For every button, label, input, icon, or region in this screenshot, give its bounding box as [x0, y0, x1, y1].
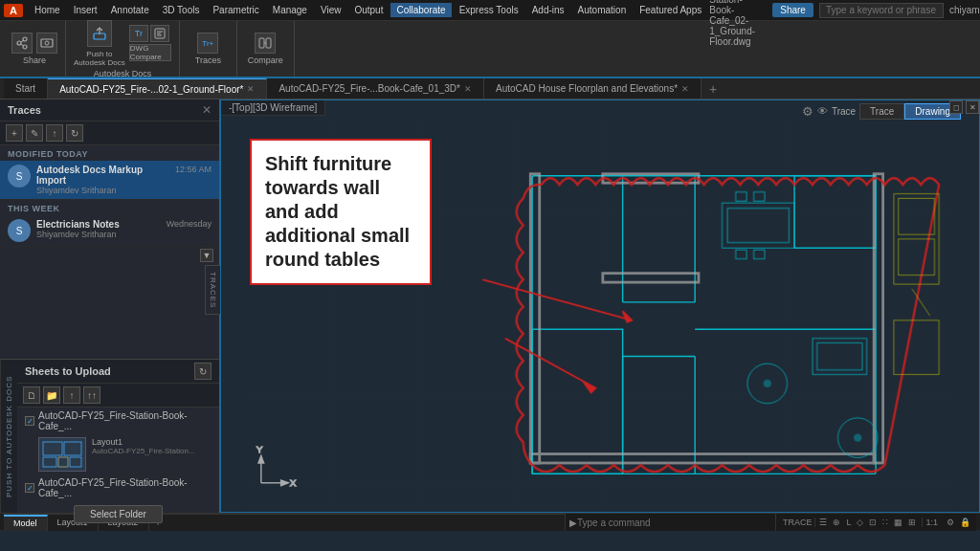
menu-addins[interactable]: Add-ins	[526, 3, 570, 17]
shared-views-icon[interactable]	[36, 33, 57, 54]
svg-rect-5	[41, 39, 53, 47]
menu-output[interactable]: Output	[348, 3, 389, 17]
menu-insert[interactable]: Insert	[68, 3, 103, 17]
traces-section-icon[interactable]: Tr+	[197, 33, 218, 54]
workspace-icon[interactable]: ⚙	[945, 518, 956, 527]
sheets-panel: PUSH TO AUTODESK DOCS Sheets to Upload ↻…	[0, 360, 219, 513]
status-ortho[interactable]: L	[844, 518, 853, 527]
traces-panel-collapse[interactable]: ▼	[200, 249, 213, 262]
dwg-compare-icon[interactable]: DWG Compare	[129, 44, 171, 61]
svg-point-50	[764, 380, 771, 387]
svg-text:Y: Y	[256, 444, 263, 454]
main-content: Traces ✕ + ✎ ↑ ↻ MODIFIED TODAY S Autode…	[0, 99, 980, 513]
sheets-icon-3[interactable]: ↑	[63, 386, 80, 404]
status-isnap[interactable]: ⊡	[867, 518, 879, 527]
status-snap[interactable]: ⊕	[831, 518, 842, 527]
sheet-item-1: AutoCAD-FY25_Fire-Station-Book-Cafe_...	[17, 474, 219, 501]
menu-manage[interactable]: Manage	[267, 3, 313, 17]
ribbon-traces-label: Traces	[195, 55, 221, 65]
menu-view[interactable]: View	[315, 3, 347, 17]
select-folder-btn[interactable]: Select Folder	[74, 505, 163, 523]
sheet-filename-1: AutoCAD-FY25_Fire-Station-Book-Cafe_...	[38, 477, 212, 498]
tab-add-button[interactable]: +	[702, 79, 724, 99]
menu-home[interactable]: Home	[29, 3, 66, 17]
annotation-text: Shift furniture towards wall and add add…	[265, 152, 416, 272]
tab-ground-floor[interactable]: AutoCAD-FY25_Fire-...02-1_Ground-Floor* …	[48, 78, 267, 99]
tab-close-3[interactable]: ✕	[681, 84, 689, 94]
share-button[interactable]: Share	[772, 3, 813, 17]
sheet-checkbox-0[interactable]	[25, 416, 34, 426]
section-today: MODIFIED TODAY	[0, 145, 219, 161]
status-polar[interactable]: ◇	[855, 518, 865, 527]
traces-up-btn[interactable]: ↑	[46, 124, 63, 142]
tabs-row: Start AutoCAD-FY25_Fire-...02-1_Ground-F…	[0, 78, 980, 99]
tab-close-2[interactable]: ✕	[464, 84, 472, 94]
toggle-trace-btn[interactable]: Trace	[859, 103, 904, 120]
status-ducs[interactable]: ▦	[892, 518, 904, 527]
search-input[interactable]	[819, 3, 944, 18]
viewport-eye-icon[interactable]: 👁	[817, 105, 828, 117]
trace-avatar-1: S	[8, 219, 31, 242]
trace-item-1[interactable]: S Electricians Notes Shiyamdev Sritharan…	[0, 215, 219, 247]
svg-line-4	[21, 44, 24, 46]
sheet-checkbox-1[interactable]	[25, 483, 34, 493]
push-label-text: Push toAutodesk Docs	[74, 50, 125, 67]
traces-panel-close[interactable]: ✕	[202, 103, 212, 117]
traces-edit-btn[interactable]: ✎	[26, 124, 43, 142]
tab-house[interactable]: AutoCAD House Floorplan and Elevations* …	[484, 78, 702, 99]
traces-panel-title: Traces	[8, 104, 41, 116]
tab-close-1[interactable]: ✕	[247, 84, 255, 94]
menu-collaborate[interactable]: Collaborate	[390, 3, 451, 17]
tab-3d[interactable]: AutoCAD-FY25_Fire-...Book-Cafe_01_3D* ✕	[267, 78, 484, 99]
drawing-area[interactable]: -[Top][3D Wireframe] ◻ ✕ ⚙ 👁 Trace Trace…	[220, 99, 980, 513]
ribbon-share-label: Share	[23, 55, 46, 65]
viewport-restore-btn[interactable]: ◻	[949, 100, 963, 114]
share-icon[interactable]	[11, 33, 33, 54]
traces-refresh-btn[interactable]: ↻	[66, 124, 83, 142]
traces-side-tab[interactable]: TRACES	[205, 265, 220, 315]
tab-start[interactable]: Start	[4, 78, 48, 99]
menu-featuredapps[interactable]: Featured Apps	[634, 3, 707, 17]
app-icon[interactable]: A	[4, 4, 23, 17]
trace-name-0: Autodesk Docs Markup Import	[36, 165, 169, 186]
menu-automation[interactable]: Automation	[572, 3, 633, 17]
viewport-gear-icon[interactable]: ⚙	[802, 104, 813, 119]
traces-panel-icons: + ✎ ↑ ↻	[0, 121, 219, 145]
trace-item-0[interactable]: S Autodesk Docs Markup Import Shiyamdev …	[0, 161, 219, 200]
traces-panel-header: Traces ✕	[0, 99, 219, 121]
status-grid[interactable]: ☰	[817, 518, 829, 527]
sheets-icon-4[interactable]: ↑↑	[83, 386, 100, 404]
push-to-docs-label[interactable]: PUSH TO AUTODESK DOCS	[0, 360, 17, 513]
svg-text:X: X	[290, 477, 297, 488]
ribbon-section-compare: Compare	[237, 21, 295, 77]
status-dynmode[interactable]: ⊞	[906, 518, 918, 527]
sheets-icon-1[interactable]: 🗋	[23, 386, 40, 404]
sheets-icon-2[interactable]: 📁	[43, 386, 60, 404]
traces-ribbon-icon[interactable]: Tr	[129, 25, 148, 42]
viewport-close-btn[interactable]: ✕	[966, 100, 979, 114]
status-zoom[interactable]: 1:1	[922, 518, 941, 527]
traces-new-btn[interactable]: +	[6, 124, 23, 142]
command-prompt-arrow: ▶	[569, 518, 577, 528]
compare-icon[interactable]	[255, 33, 276, 54]
sheet-preview-0: Layout1 AutoCAD-FY25_Fire-Station...	[17, 434, 219, 474]
trace-avatar-0: S	[8, 165, 31, 187]
markup-import-icon[interactable]	[150, 25, 169, 42]
window-title-short: AutoCAD-FY25_Fire-Station-Book-Cafe_02-1…	[709, 0, 767, 47]
sheet-thumbnail-0	[38, 437, 86, 472]
status-trace[interactable]: TRACE	[780, 518, 816, 527]
menu-3dtools[interactable]: 3D Tools	[157, 3, 206, 17]
push-to-docs-icon[interactable]	[87, 20, 112, 47]
menu-annotate[interactable]: Annotate	[105, 3, 155, 17]
ribbon-section-share: Share	[4, 21, 66, 77]
menu-parametric[interactable]: Parametric	[207, 3, 264, 17]
status-otrack[interactable]: ∷	[880, 518, 890, 527]
menu-expresstools[interactable]: Express Tools	[454, 3, 524, 17]
lock-icon[interactable]: 🔒	[958, 518, 972, 527]
section-week: THIS WEEK	[0, 200, 219, 215]
sheets-refresh-btn[interactable]: ↻	[194, 363, 212, 380]
svg-rect-14	[266, 38, 271, 48]
trace-info-1: Electricians Notes Shiyamdev Sritharan	[36, 219, 161, 239]
left-panel: Traces ✕ + ✎ ↑ ↻ MODIFIED TODAY S Autode…	[0, 99, 220, 513]
command-input[interactable]	[577, 518, 749, 528]
